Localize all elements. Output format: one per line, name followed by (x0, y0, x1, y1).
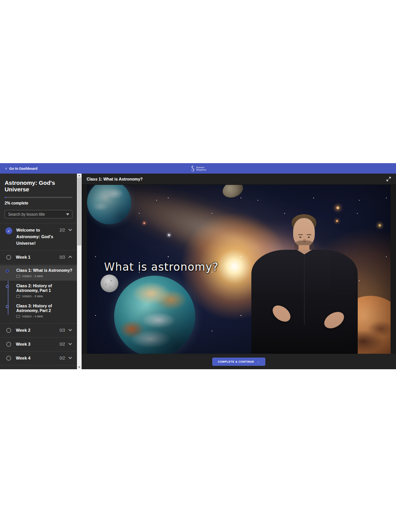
sidebar-scrollbar[interactable] (77, 174, 82, 369)
lesson-item-class-1[interactable]: Class 1: What is Astronomy? VIDEO - 5 MI… (0, 265, 77, 281)
video-vignette (87, 185, 391, 354)
section-count: 0/3 (60, 255, 65, 259)
course-progress-bar (5, 197, 72, 198)
fullscreen-expand-button[interactable] (386, 177, 391, 181)
search-dropdown-caret-icon[interactable] (66, 213, 69, 215)
arrow-right-icon: → (257, 360, 260, 363)
incomplete-circle-icon (6, 255, 11, 260)
lesson-item-class-2[interactable]: Class 2: History of Astronomy, Part 1 VI… (0, 281, 77, 301)
scroll-up-arrow[interactable] (77, 174, 82, 177)
lesson-search (5, 210, 72, 218)
lesson-item-class-3[interactable]: Class 3: History of Astronomy, Part 2 VI… (0, 301, 77, 321)
sidebar-item-week-5[interactable]: Week 5 0/2 (0, 365, 77, 369)
sidebar-item-week-1[interactable]: Week 1 0/3 (0, 250, 77, 264)
lesson-header-title: Class 1: What is Astronomy? (87, 177, 143, 181)
video-type-icon (16, 275, 20, 278)
lesson-meta-label: VIDEO - 5 MIN (22, 295, 43, 298)
curriculum-sidebar: Astronomy: God's Universe 2% complete ✓ … (0, 174, 77, 369)
sidebar-item-welcome[interactable]: ✓ Welcome to Astronomy: God's Universe! … (0, 223, 77, 250)
section-count: 2/2 (60, 228, 65, 232)
incomplete-circle-icon (6, 342, 11, 347)
logo-wordmark: Science Shepherd (196, 166, 206, 171)
lesson-bullet-icon (6, 305, 9, 308)
lesson-main-area: Class 1: What is Astronomy? (82, 174, 396, 369)
section-label: Week 1 (16, 254, 58, 261)
completed-check-icon: ✓ (5, 227, 12, 234)
lesson-bullet-icon (6, 285, 9, 288)
lesson-video-player[interactable]: What is astronomy? (87, 185, 391, 354)
course-player-window: ‹ Go to Dashboard Science Shepherd Astro… (0, 163, 396, 369)
dna-helix-icon (190, 165, 195, 172)
lesson-meta-label: VIDEO - 5 MIN (22, 275, 43, 278)
scrollbar-thumb[interactable] (77, 177, 81, 246)
lesson-footer-bar: COMPLETE & CONTINUE → (82, 354, 396, 369)
chevron-up-icon (68, 256, 72, 258)
incomplete-circle-icon (6, 356, 11, 361)
sidebar-item-week-4[interactable]: Week 4 0/2 (0, 351, 77, 365)
complete-and-continue-button[interactable]: COMPLETE & CONTINUE → (212, 358, 265, 366)
sidebar-item-week-3[interactable]: Week 3 0/2 (0, 337, 77, 351)
expand-diagonal-icon (386, 177, 391, 181)
progress-label: 2% complete (5, 201, 72, 205)
lesson-meta-label: VIDEO - 4 MIN (22, 315, 43, 318)
back-chevron-icon: ‹ (5, 167, 7, 170)
go-to-dashboard-label: Go to Dashboard (9, 167, 38, 171)
lesson-header-bar: Class 1: What is Astronomy? (82, 174, 396, 185)
course-title: Astronomy: God's Universe (5, 179, 72, 193)
lesson-active-bullet-icon (6, 269, 9, 273)
video-type-icon (16, 295, 20, 298)
chevron-down-icon (68, 228, 72, 231)
section-label: Welcome to Astronomy: God's Universe! (16, 227, 58, 247)
chevron-down-icon (68, 356, 72, 359)
video-type-icon (16, 315, 20, 318)
incomplete-circle-icon (6, 328, 11, 333)
sidebar-item-week-2[interactable]: Week 2 0/3 (0, 323, 77, 337)
progress-fill (5, 197, 6, 198)
chevron-down-icon (68, 329, 72, 331)
go-to-dashboard-link[interactable]: ‹ Go to Dashboard (5, 167, 38, 171)
chevron-down-icon (68, 343, 72, 345)
top-navigation-bar: ‹ Go to Dashboard Science Shepherd (0, 163, 396, 174)
science-shepherd-logo[interactable]: Science Shepherd (190, 165, 206, 172)
scroll-down-arrow[interactable] (77, 365, 82, 369)
search-input[interactable] (5, 210, 72, 218)
week-1-lesson-list: Class 1: What is Astronomy? VIDEO - 5 MI… (0, 264, 77, 323)
